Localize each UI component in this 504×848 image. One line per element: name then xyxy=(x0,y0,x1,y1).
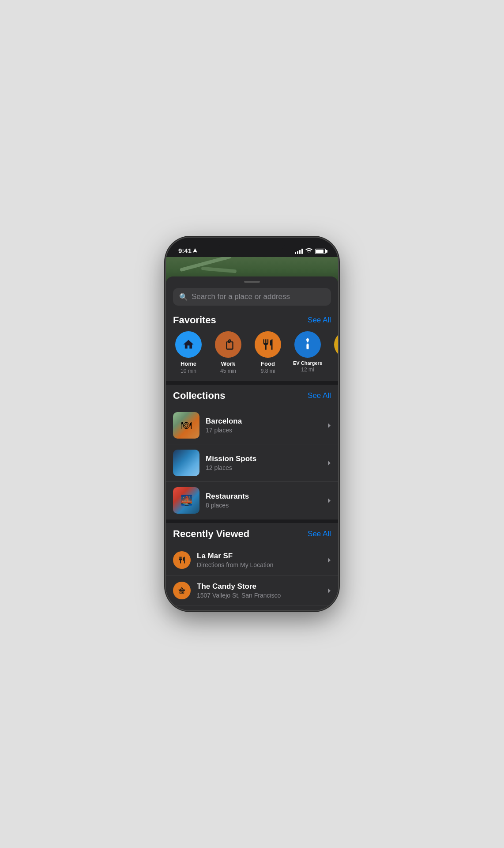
favorite-food[interactable]: Food 9.8 mi xyxy=(252,331,283,374)
sheet-handle xyxy=(244,281,260,283)
wifi-icon xyxy=(305,248,312,254)
status-icons xyxy=(295,248,326,254)
collection-barcelona[interactable]: Barcelona 17 places xyxy=(166,407,338,444)
candy-icon xyxy=(173,582,191,599)
search-bar[interactable]: 🔍 Search for a place or address xyxy=(173,288,331,306)
work-sublabel: 45 min xyxy=(220,368,236,374)
mission-name: Mission Spots xyxy=(206,454,256,463)
barcelona-thumb-img xyxy=(173,412,199,439)
time-display: 9:41 xyxy=(178,247,192,254)
svg-point-0 xyxy=(307,340,308,342)
recent-matcha[interactable]: Stonemill Matcha 561 Valencia St, San Fr… xyxy=(166,606,338,610)
status-time: 9:41 xyxy=(178,247,197,254)
restaurants-name: Restaurants xyxy=(206,492,249,501)
favorites-see-all[interactable]: See All xyxy=(308,316,331,325)
barcelona-count: 17 places xyxy=(206,427,242,434)
signal-icon xyxy=(295,249,303,254)
work-icon-circle xyxy=(215,331,241,358)
chevron-right-icon xyxy=(327,423,331,428)
groc-icon-circle xyxy=(334,331,338,358)
home-svg xyxy=(182,338,195,351)
ev-icon-circle xyxy=(294,331,321,358)
home-icon-circle xyxy=(175,331,202,358)
food-svg xyxy=(262,338,274,351)
notch xyxy=(219,238,285,251)
search-placeholder: Search for a place or address xyxy=(192,292,290,301)
basket-icon xyxy=(178,587,186,594)
bottom-sheet[interactable]: 🔍 Search for a place or address Favorite… xyxy=(166,276,338,610)
chevron-right-icon-2 xyxy=(327,460,331,466)
search-icon: 🔍 xyxy=(179,293,188,301)
mission-info: Mission Spots 12 places xyxy=(206,454,256,471)
favorite-ev[interactable]: EV Chargers 12 mi xyxy=(292,331,323,374)
restaurants-info: Restaurants 8 places xyxy=(206,492,249,509)
chevron-right-lamar xyxy=(327,557,331,563)
ev-sublabel: 12 mi xyxy=(301,367,314,373)
work-label: Work xyxy=(221,360,235,367)
candy-name: The Candy Store xyxy=(197,582,281,591)
mission-thumb-img xyxy=(173,450,199,476)
food-icon-circle xyxy=(255,331,281,358)
favorite-groc[interactable]: Groc 13 m xyxy=(332,331,338,374)
restaurants-thumbnail xyxy=(173,487,199,514)
chevron-right-icon-3 xyxy=(327,498,331,504)
ev-svg xyxy=(301,338,314,351)
lamar-detail: Directions from My Location xyxy=(197,561,274,568)
recently-viewed-title: Recently Viewed xyxy=(173,528,249,540)
home-label: Home xyxy=(181,360,196,367)
collections-header: Collections See All xyxy=(166,385,338,407)
lamar-icon xyxy=(173,551,191,569)
recently-viewed-see-all[interactable]: See All xyxy=(308,530,331,538)
section-gap-2 xyxy=(166,519,338,523)
lamar-name: La Mar SF xyxy=(197,552,274,560)
battery-icon xyxy=(315,249,326,254)
candy-info: The Candy Store 1507 Vallejo St, San Fra… xyxy=(197,582,281,599)
work-svg xyxy=(222,338,234,351)
favorite-work[interactable]: Work 45 min xyxy=(213,331,244,374)
home-sublabel: 10 min xyxy=(181,368,196,374)
location-arrow-icon xyxy=(193,248,197,254)
recently-viewed-header: Recently Viewed See All xyxy=(166,523,338,545)
favorite-home[interactable]: Home 10 min xyxy=(173,331,204,374)
barcelona-name: Barcelona xyxy=(206,417,242,426)
chevron-right-candy xyxy=(327,588,331,594)
barcelona-info: Barcelona 17 places xyxy=(206,417,242,434)
restaurant-thumb-img xyxy=(173,487,199,514)
recent-lamar[interactable]: La Mar SF Directions from My Location xyxy=(166,545,338,575)
mission-thumbnail xyxy=(173,450,199,476)
favorites-header: Favorites See All xyxy=(166,313,338,331)
battery-fill xyxy=(316,250,323,253)
food-sublabel: 9.8 mi xyxy=(261,368,275,374)
collection-mission[interactable]: Mission Spots 12 places xyxy=(166,444,338,482)
collection-restaurants[interactable]: Restaurants 8 places xyxy=(166,482,338,519)
restaurants-count: 8 places xyxy=(206,502,249,509)
recent-candy[interactable]: The Candy Store 1507 Vallejo St, San Fra… xyxy=(166,575,338,606)
lamar-info: La Mar SF Directions from My Location xyxy=(197,552,274,568)
fork-knife-icon xyxy=(178,556,186,564)
collections-see-all[interactable]: See All xyxy=(308,391,331,400)
barcelona-thumbnail xyxy=(173,412,199,439)
svg-rect-1 xyxy=(307,344,309,348)
collections-title: Collections xyxy=(173,390,226,401)
wifi-svg xyxy=(305,248,312,253)
section-gap-1 xyxy=(166,381,338,385)
phone-frame: 9:41 xyxy=(166,238,338,610)
food-label: Food xyxy=(261,360,275,367)
favorites-title: Favorites xyxy=(173,314,216,326)
ev-label: EV Chargers xyxy=(293,360,322,366)
favorites-row: Home 10 min Work 45 min xyxy=(166,331,338,381)
phone-screen: 9:41 xyxy=(166,238,338,610)
mission-count: 12 places xyxy=(206,464,256,471)
candy-detail: 1507 Vallejo St, San Francisco xyxy=(197,592,281,599)
